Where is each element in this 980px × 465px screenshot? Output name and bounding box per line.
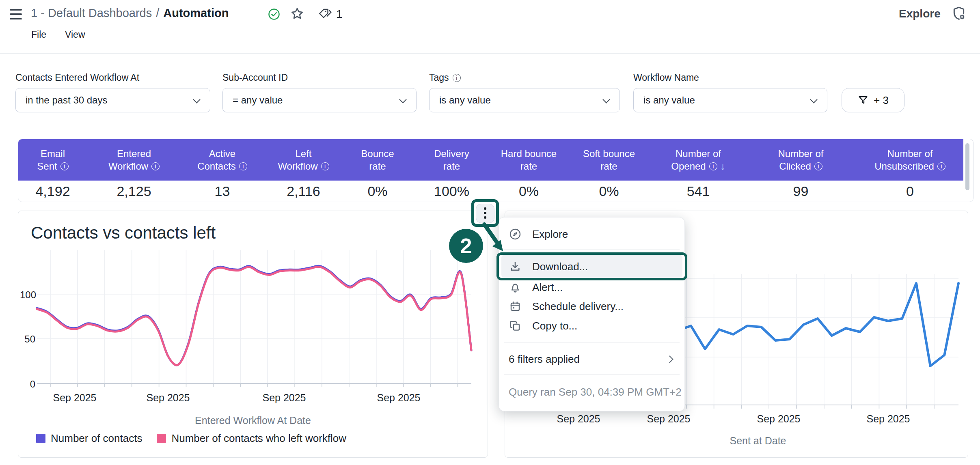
- info-icon[interactable]: [151, 162, 160, 170]
- menu-item-download[interactable]: Download...: [499, 256, 684, 277]
- filter-label-workflow-name: Workflow Name: [633, 72, 699, 83]
- column-header[interactable]: Bouncerate: [343, 147, 412, 172]
- y-tick-100: 100: [20, 289, 35, 301]
- chevron-down-icon: [602, 96, 610, 103]
- x-tick-label: Sep 2025: [140, 392, 196, 404]
- x-tick-label: Sep 2025: [256, 392, 313, 404]
- menu-item-alert[interactable]: Alert...: [499, 277, 684, 298]
- menu-item-copy-to[interactable]: Copy to...: [499, 315, 684, 336]
- page-title: Automation: [163, 6, 229, 19]
- menu-divider: [504, 375, 680, 375]
- column-header[interactable]: LeftWorkflow: [264, 147, 343, 172]
- annotation-arrow-icon: [481, 221, 509, 256]
- more-filters-button[interactable]: + 3: [842, 88, 904, 112]
- bell-icon: [509, 281, 522, 294]
- column-header[interactable]: Number ofOpened↓: [652, 147, 745, 172]
- chevron-right-icon: [666, 355, 673, 363]
- kpi-value: 541: [652, 183, 745, 199]
- info-icon[interactable]: [937, 162, 945, 170]
- copy-icon: [509, 319, 522, 332]
- legend-item-contacts[interactable]: Number of contacts: [36, 432, 142, 445]
- chevron-down-icon: [193, 96, 200, 103]
- tag-count: 1: [336, 8, 343, 21]
- x-tick-label: Sep 2025: [640, 413, 697, 425]
- kpi-value: 0%: [491, 183, 566, 199]
- kpi-summary-table: EmailSentEnteredWorkflowActiveContactsLe…: [18, 139, 974, 202]
- x-tick-label: Sep 2025: [750, 413, 807, 425]
- column-header[interactable]: Number ofClicked: [745, 147, 857, 172]
- menu-item-schedule-delivery[interactable]: Schedule delivery...: [499, 296, 684, 317]
- kpi-value: 100%: [412, 183, 491, 199]
- compass-icon: [509, 228, 522, 241]
- filter-select-contacts-entered[interactable]: in the past 30 days: [15, 88, 210, 112]
- info-icon[interactable]: [239, 162, 247, 170]
- kpi-value: 13: [181, 183, 264, 199]
- legend-swatch-contacts: [36, 434, 45, 443]
- chart-legend: Number of contacts Number of contacts wh…: [36, 432, 346, 445]
- tags-icon[interactable]: [318, 8, 332, 20]
- kpi-value: 4,192: [18, 183, 87, 199]
- table-scrollbar[interactable]: [965, 143, 969, 190]
- download-icon: [509, 260, 522, 273]
- tile-kebab-menu-button[interactable]: [476, 204, 494, 223]
- shield-admin-icon[interactable]: [951, 6, 967, 22]
- tile-contacts-vs-contacts-left: Contacts vs contacts left 100 50 0 Sep 2…: [18, 211, 488, 458]
- menubar: File View: [31, 29, 85, 40]
- kpi-table-value-row: 4,1922,125132,1160%100%0%0%541990: [18, 181, 963, 202]
- info-icon[interactable]: [453, 74, 461, 82]
- filter-select-workflow-name[interactable]: is any value: [633, 88, 827, 112]
- query-ran-timestamp: Query ran Sep 30, 04:39 PM GMT+2: [509, 386, 682, 398]
- kpi-value: 2,125: [87, 183, 181, 199]
- info-icon[interactable]: [814, 162, 822, 170]
- info-icon[interactable]: [709, 162, 717, 170]
- legend-item-left-workflow[interactable]: Number of contacts who left workflow: [157, 432, 346, 445]
- kpi-value: 0%: [566, 183, 652, 199]
- info-icon[interactable]: [60, 162, 69, 170]
- menu-divider: [504, 250, 680, 250]
- column-header[interactable]: ActiveContacts: [181, 147, 264, 172]
- calendar-icon: [509, 300, 522, 313]
- column-header[interactable]: Hard bouncerate: [491, 147, 566, 172]
- sort-desc-icon: ↓: [721, 160, 725, 172]
- kpi-value: 0: [857, 183, 963, 199]
- breadcrumb-separator: /: [156, 6, 159, 19]
- menu-item-filters-applied[interactable]: 6 filters applied: [499, 349, 684, 370]
- x-axis-title: Sent at Date: [697, 435, 819, 447]
- y-tick-0: 0: [20, 379, 35, 390]
- y-tick-50: 50: [20, 334, 35, 345]
- kpi-value: 99: [745, 183, 857, 199]
- menu-item-explore[interactable]: Explore: [499, 224, 684, 245]
- tile-context-menu: Explore Download... Alert... Schedule de…: [499, 217, 685, 411]
- info-icon[interactable]: [321, 162, 329, 170]
- column-header[interactable]: EnteredWorkflow: [87, 147, 181, 172]
- filter-label-contacts-entered: Contacts Entered Workflow At: [15, 72, 139, 83]
- column-header[interactable]: Number ofUnsubscribed: [857, 147, 963, 172]
- x-tick-label: Sep 2025: [46, 392, 103, 404]
- x-tick-label: Sep 2025: [370, 392, 427, 404]
- x-tick-label: Sep 2025: [550, 413, 607, 425]
- x-axis-title: Entered Workflow At Date: [18, 415, 488, 426]
- chevron-down-icon: [810, 96, 817, 103]
- breadcrumb: 1 - Default Dashboards/Automation: [31, 6, 229, 20]
- column-header[interactable]: EmailSent: [18, 147, 87, 172]
- star-favorite-icon[interactable]: [290, 6, 304, 21]
- funnel-icon: [857, 95, 869, 106]
- menu-file[interactable]: File: [31, 29, 46, 40]
- dashboard-page: 1 - Default Dashboards/Automation 1 Expl…: [0, 0, 980, 465]
- kpi-value: 0%: [343, 183, 412, 199]
- breadcrumb-folder[interactable]: 1 - Default Dashboards: [31, 6, 152, 19]
- column-header[interactable]: Soft bouncerate: [566, 147, 652, 172]
- menu-view[interactable]: View: [65, 29, 85, 40]
- filter-label-tags: Tags: [429, 72, 461, 83]
- legend-swatch-left-workflow: [157, 434, 166, 443]
- column-header[interactable]: Deliveryrate: [412, 147, 491, 172]
- annotation-step-badge: 2: [449, 229, 483, 263]
- hamburger-menu-icon[interactable]: [10, 9, 22, 19]
- verified-check-icon: [268, 8, 280, 20]
- explore-link[interactable]: Explore: [899, 7, 941, 20]
- filter-select-subaccount[interactable]: = any value: [222, 88, 417, 112]
- menu-divider: [504, 342, 680, 342]
- filter-select-tags[interactable]: is any value: [429, 88, 620, 112]
- kpi-value: 2,116: [264, 183, 343, 199]
- kpi-table-header-row: EmailSentEnteredWorkflowActiveContactsLe…: [18, 139, 963, 181]
